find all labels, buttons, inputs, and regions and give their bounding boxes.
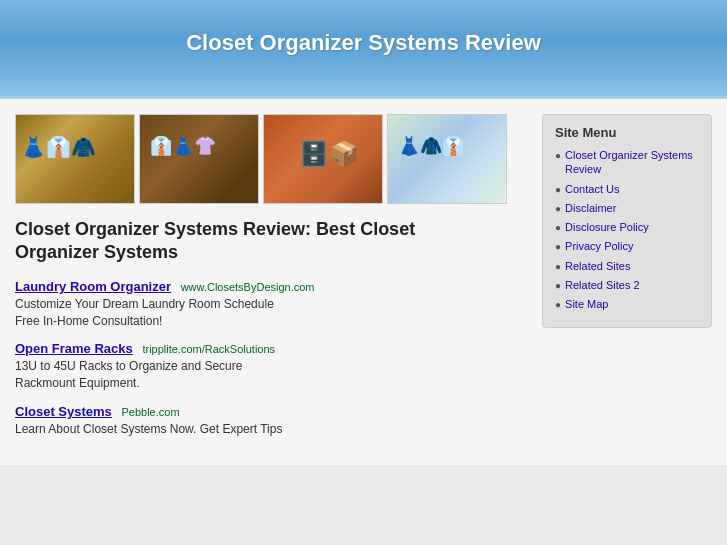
sidebar-item-6: ● Related Sites 2 <box>555 278 699 292</box>
bullet-icon-4: ● <box>555 241 561 252</box>
images-row <box>15 114 527 204</box>
ad-link-1[interactable]: Laundry Room Organizer <box>15 279 171 294</box>
sidebar-item-5: ● Related Sites <box>555 259 699 273</box>
sidebar-link-4[interactable]: Privacy Policy <box>565 239 633 253</box>
sidebar-item-2: ● Disclaimer <box>555 201 699 215</box>
bullet-icon-0: ● <box>555 150 561 161</box>
closet-image-4 <box>387 114 507 204</box>
sidebar-link-1[interactable]: Contact Us <box>565 182 619 196</box>
ad-source-3[interactable]: Pebble.com <box>121 406 179 418</box>
ad-source-1[interactable]: www.ClosetsByDesign.com <box>181 281 315 293</box>
ad-item-3: Closet Systems Pebble.com Learn About Cl… <box>15 404 527 438</box>
sidebar-link-2[interactable]: Disclaimer <box>565 201 616 215</box>
ad-link-2[interactable]: Open Frame Racks <box>15 341 133 356</box>
sidebar-link-3[interactable]: Disclosure Policy <box>565 220 649 234</box>
sidebar-item-4: ● Privacy Policy <box>555 239 699 253</box>
header-title: Closet Organizer Systems Review <box>20 30 707 56</box>
bullet-icon-6: ● <box>555 280 561 291</box>
bullet-icon-7: ● <box>555 299 561 310</box>
sidebar: Site Menu ● Closet Organizer Systems Rev… <box>542 114 712 450</box>
ad-description-2: 13U to 45U Racks to Organize and Secure … <box>15 358 527 392</box>
closet-image-1 <box>15 114 135 204</box>
sidebar-item-0: ● Closet Organizer Systems Review <box>555 148 699 177</box>
sidebar-item-3: ● Disclosure Policy <box>555 220 699 234</box>
bullet-icon-2: ● <box>555 203 561 214</box>
sidebar-menu: ● Closet Organizer Systems Review ● Cont… <box>555 148 699 312</box>
closet-image-3 <box>263 114 383 204</box>
sidebar-link-0[interactable]: Closet Organizer Systems Review <box>565 148 699 177</box>
sidebar-item-7: ● Site Map <box>555 297 699 311</box>
ad-item-1: Laundry Room Organizer www.ClosetsByDesi… <box>15 279 527 330</box>
sidebar-title: Site Menu <box>555 125 699 140</box>
closet-image-2 <box>139 114 259 204</box>
ad-description-1: Customize Your Dream Laundry Room Schedu… <box>15 296 527 330</box>
sidebar-item-1: ● Contact Us <box>555 182 699 196</box>
ad-description-3: Learn About Closet Systems Now. Get Expe… <box>15 421 527 438</box>
content-area: Closet Organizer Systems Review: Best Cl… <box>15 114 527 450</box>
main-container: Closet Organizer Systems Review: Best Cl… <box>0 99 727 465</box>
bullet-icon-3: ● <box>555 222 561 233</box>
sidebar-link-5[interactable]: Related Sites <box>565 259 630 273</box>
header-banner: Closet Organizer Systems Review <box>0 0 727 99</box>
ad-link-3[interactable]: Closet Systems <box>15 404 112 419</box>
ad-item-2: Open Frame Racks tripplite.com/RackSolut… <box>15 341 527 392</box>
bullet-icon-5: ● <box>555 261 561 272</box>
sidebar-link-7[interactable]: Site Map <box>565 297 608 311</box>
ad-source-2[interactable]: tripplite.com/RackSolutions <box>142 343 275 355</box>
page-heading: Closet Organizer Systems Review: Best Cl… <box>15 218 527 265</box>
sidebar-link-6[interactable]: Related Sites 2 <box>565 278 640 292</box>
sidebar-box: Site Menu ● Closet Organizer Systems Rev… <box>542 114 712 328</box>
bullet-icon-1: ● <box>555 184 561 195</box>
